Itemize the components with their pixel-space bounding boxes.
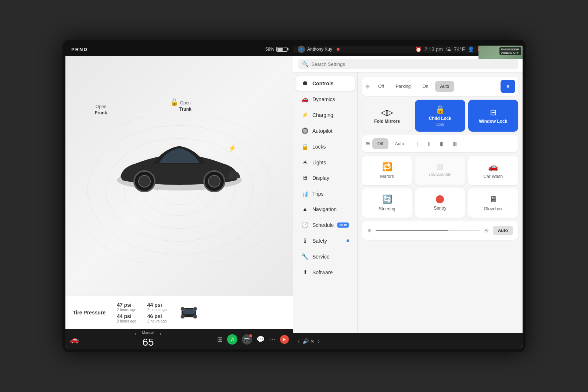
child-lock-card[interactable]: 🔒 Child Lock Both xyxy=(415,100,465,132)
wiper-row: 🌧 Off Auto | || ||| |||| xyxy=(362,135,518,152)
service-icon: 🔧 xyxy=(301,253,309,260)
window-lock-card[interactable]: ⊟ Window Lock xyxy=(468,100,518,132)
sidebar-item-dynamics[interactable]: 🚗 Dynamics xyxy=(295,92,355,107)
lights-on-button[interactable]: On xyxy=(417,81,433,92)
grid-icon[interactable]: ⊞ xyxy=(217,335,223,343)
passenger-badge: PASSENGERAIRBAG OFF xyxy=(499,47,521,55)
sidebar-item-schedule[interactable]: 🕐 Schedule NEW xyxy=(295,217,355,232)
sidebar-item-lights[interactable]: ☀ Lights xyxy=(295,155,355,170)
volume-controls: 🔊 ✕ xyxy=(302,338,315,344)
avatar: 👤 xyxy=(298,46,305,53)
sidebar-item-service[interactable]: 🔧 Service xyxy=(295,249,355,264)
lights-row: ☀ Off Parking On Auto ≡ xyxy=(362,77,518,96)
search-icon: 🔍 xyxy=(302,61,308,67)
chat-icon[interactable]: 💬 xyxy=(257,335,265,343)
lights-icon: ☀ xyxy=(301,159,309,166)
child-lock-icon: 🔒 xyxy=(435,105,445,114)
search-input[interactable] xyxy=(311,61,514,67)
bottom-taskbar: 🚗 ‹ Manual › 65 ⊞ ♫ 📷 xyxy=(65,329,293,349)
mirrors-card[interactable]: 🔁 Mirrors xyxy=(362,156,412,185)
tire-pressure-section: Tire Pressure 47 psi 2 hours ago 44 psi … xyxy=(65,296,293,329)
brightness-slider[interactable] xyxy=(376,230,480,231)
safety-icon: ℹ xyxy=(301,237,309,244)
open-trunk-label[interactable]: Open Trunk xyxy=(179,100,191,113)
map-thumbnail: PASSENGERAIRBAG OFF xyxy=(478,46,523,59)
sidebar-item-safety[interactable]: ℹ Safety xyxy=(295,233,355,248)
open-frunk-label[interactable]: Open Frunk xyxy=(95,104,107,116)
child-lock-sub: Both xyxy=(436,122,444,126)
sentry-card[interactable]: Sentry xyxy=(415,188,465,218)
speed-value: 65 xyxy=(142,336,154,348)
weather-icon: 🌤 xyxy=(446,46,451,52)
lights-parking-button[interactable]: Parking xyxy=(391,81,416,92)
wiper-speed-1[interactable]: | xyxy=(413,139,422,149)
sidebar-item-autopilot[interactable]: 🔘 Autopilot xyxy=(295,123,355,138)
left-panel: Open Frunk 🔓 Open Trunk ⚡ xyxy=(65,56,293,349)
sidebar-item-trips[interactable]: 📊 Trips xyxy=(295,186,355,201)
lights-icon-button[interactable]: ≡ xyxy=(501,80,515,93)
svg-point-8 xyxy=(139,175,150,187)
fold-mirrors-card[interactable]: ◁▷ Fold Mirrors xyxy=(362,100,412,132)
speed-left-arrow[interactable]: ‹ xyxy=(135,331,137,336)
dynamics-label: Dynamics xyxy=(312,96,335,102)
sentry-dot xyxy=(436,195,444,203)
svg-point-17 xyxy=(193,307,197,311)
locks-icon: 🔒 xyxy=(301,143,309,150)
battery-fill xyxy=(277,48,283,51)
glovebox-card[interactable]: 🖥 Glovebox xyxy=(468,188,518,218)
wiper-auto-button[interactable]: Auto xyxy=(390,138,409,149)
speed-display: ‹ Manual › 65 xyxy=(82,331,214,348)
car-wash-card[interactable]: 🚗 Car Wash xyxy=(468,156,518,185)
software-label: Software xyxy=(312,270,333,275)
close-audio-icon[interactable]: ✕ xyxy=(310,338,315,344)
clock-icon: ⏰ xyxy=(415,46,422,52)
sidebar-item-navigation[interactable]: ▲ Navigation xyxy=(295,202,355,217)
sidebar-item-display[interactable]: 🖥 Display xyxy=(295,171,355,185)
trunk-lock-icon: 🔓 xyxy=(170,98,178,106)
schedule-label: Schedule xyxy=(312,222,334,228)
nav-next-button[interactable]: › xyxy=(318,338,319,345)
display-label: Display xyxy=(312,175,329,181)
lights-display-button[interactable]: ≡ xyxy=(501,80,515,93)
wiper-speed-3[interactable]: ||| xyxy=(436,139,447,149)
window-lock-icon: ⊟ xyxy=(490,108,496,117)
unavailable-icon: ⬜ xyxy=(437,164,443,170)
car-wash-icon: 🚗 xyxy=(488,162,498,172)
charging-label: Charging xyxy=(312,112,333,118)
camera-notification-dot xyxy=(249,334,252,337)
screen-inner: PRND 58% 👤 Anthony Kuy ⏰ 2:13 pm 🌤 xyxy=(65,43,523,349)
locks-label: Locks xyxy=(312,144,326,150)
sidebar-item-software[interactable]: ⬆ Software xyxy=(295,265,355,280)
wiper-off-button[interactable]: Off xyxy=(372,138,388,149)
sidebar-item-locks[interactable]: 🔒 Locks xyxy=(295,139,355,154)
svg-point-14 xyxy=(181,315,184,318)
nav-prev-button[interactable]: ‹ xyxy=(298,338,300,345)
glovebox-label: Glovebox xyxy=(484,206,502,211)
sentry-label: Sentry xyxy=(434,206,447,211)
charging-icon: ⚡ xyxy=(301,111,309,118)
car-wash-label: Car Wash xyxy=(483,174,503,179)
trips-icon: 📊 xyxy=(301,190,309,197)
sidebar-item-controls[interactable]: ⏺ Controls xyxy=(295,76,355,91)
new-badge: NEW xyxy=(337,222,349,228)
wiper-icon: 🌧 xyxy=(365,140,371,147)
record-button[interactable]: ▶ xyxy=(280,335,289,344)
wiper-speed-4[interactable]: |||| xyxy=(449,139,461,149)
wiper-speed-2[interactable]: || xyxy=(424,139,434,149)
speed-right-arrow[interactable]: › xyxy=(159,331,161,336)
taskbar-icons: ⊞ ♫ 📷 💬 ⋯ ▶ xyxy=(217,334,289,345)
controls-label: Controls xyxy=(312,81,334,86)
user-info: 👤 Anthony Kuy xyxy=(298,46,332,53)
steering-card[interactable]: 🔄 Steering xyxy=(362,188,412,218)
auto-brightness-button[interactable]: Auto xyxy=(493,226,513,235)
svg-point-16 xyxy=(181,307,184,311)
car-icon-taskbar[interactable]: 🚗 xyxy=(70,335,79,344)
speed-unit: Manual xyxy=(142,331,154,336)
sidebar-item-charging[interactable]: ⚡ Charging xyxy=(295,107,355,122)
lights-off-button[interactable]: Off xyxy=(373,81,389,92)
lights-auto-button[interactable]: Auto xyxy=(435,81,455,92)
camera-button[interactable]: 📷 xyxy=(242,334,252,345)
spotify-button[interactable]: ♫ xyxy=(227,334,237,345)
brightness-high-icon: ☀ xyxy=(483,227,489,235)
more-icon[interactable]: ⋯ xyxy=(269,335,276,343)
